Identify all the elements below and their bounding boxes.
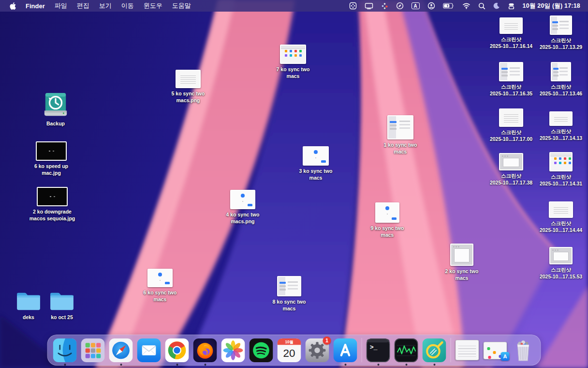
dock-terminal[interactable]: >_ [367, 338, 390, 362]
desktop-icon-screenshot[interactable]: 스크린샷 2025-10...17.16.14 [483, 17, 539, 49]
dock-minimized-appstore-window[interactable]: A [484, 338, 507, 362]
desktop-icon-9-ko-sync[interactable]: 9 ko sync two macs [359, 202, 415, 238]
dock-safari[interactable] [109, 338, 133, 362]
desktop-icon-2-ko-sync[interactable]: 2 ko sync two macs [434, 244, 490, 281]
desktop-icon-screenshot[interactable]: 스크린샷 2025-10...17.17.38 [483, 153, 539, 186]
image-thumbnail [37, 187, 68, 206]
image-thumbnail [499, 108, 523, 127]
user-icon[interactable] [424, 2, 439, 10]
image-thumbnail [176, 70, 201, 88]
app-grid-menu-icon[interactable] [345, 2, 361, 10]
activity-monitor-icon [395, 338, 418, 362]
wifi-icon[interactable] [458, 3, 474, 9]
desktop-icon-folder-ko-oct-25[interactable]: ko oct 25 [34, 291, 90, 321]
focus-icon[interactable] [489, 2, 504, 9]
dock-photos[interactable] [221, 338, 245, 362]
desktop-icon-label: 스크린샷 2025-10...17.16.14 [490, 36, 532, 49]
image-thumbnail [230, 190, 255, 209]
chrome-icon [165, 338, 189, 362]
desktop-icon-screenshot[interactable]: 스크린샷 2025-10...17.14.31 [533, 152, 588, 187]
desktop-icon-screenshot[interactable]: 스크린샷 2025-10...17.14.13 [533, 111, 588, 141]
spotlight-icon[interactable] [474, 2, 489, 10]
running-indicator [176, 364, 178, 366]
app-store-mini-icon: A [501, 352, 510, 361]
desktop-icon-5-ko-sync[interactable]: 5 ko sync two macs.png [160, 70, 216, 104]
running-indicator [344, 364, 346, 366]
desktop-icon-3-ko-sync[interactable]: 3 ko sync two macs [288, 146, 344, 181]
image-thumbnail [499, 62, 523, 81]
stack-menu-icon[interactable] [504, 2, 519, 10]
finder-icon [53, 338, 77, 362]
terminal-glyph: >_ [370, 344, 378, 351]
desktop-icon-label: 6 ko sync two macs [144, 290, 177, 303]
desktop-icon-6-ko-sync[interactable]: 6 ko sync two macs [132, 269, 188, 303]
image-thumbnail [499, 153, 523, 170]
dock-finder[interactable] [53, 338, 77, 362]
battery-icon[interactable] [439, 3, 458, 9]
cleanmymac-icon [423, 338, 446, 362]
input-source-icon[interactable]: A [408, 2, 424, 9]
image-thumbnail [500, 17, 523, 34]
desktop-icon-label: 스크린샷 2025-10...17.13.29 [540, 37, 582, 50]
desktop-icon-screenshot[interactable]: 스크린샷 2025-10...17.13.46 [533, 62, 588, 97]
dock-activity-monitor[interactable] [395, 338, 418, 362]
dock-firefox[interactable] [193, 338, 217, 362]
desktop-icon-label: 7 ko sync two macs [277, 66, 310, 79]
active-app-name[interactable]: Finder [21, 2, 50, 10]
image-thumbnail [549, 152, 573, 171]
desktop-icon-label: 스크린샷 2025-10...17.14.44 [540, 220, 582, 233]
dock-calendar[interactable]: 10월 20 [278, 338, 301, 362]
dock-minimized-settings-window[interactable] [456, 338, 479, 362]
dock-launchpad[interactable] [81, 338, 105, 362]
desktop-icon-label: 9 ko sync two macs [371, 225, 404, 238]
dock: 10월 20 1 [47, 335, 541, 366]
minimized-window-thumbnail [456, 340, 479, 360]
desktop-icon-1-ko-sync[interactable]: 1 ko sync two macs [372, 115, 428, 155]
desktop[interactable]: Finder 파일 편집 보기 이동 윈도우 도움말 A [0, 0, 588, 368]
desktop-icon-label: ko oct 25 [51, 314, 73, 321]
desktop-icon-label: 2 ko downgrade macos sequoia.jpg [29, 209, 75, 222]
safari-icon [109, 338, 133, 362]
desktop-icon-8-ko-sync[interactable]: 8 ko sync two macs [261, 276, 317, 312]
desktop-icon-label: 2 ko sync two macs [445, 268, 479, 281]
image-thumbnail [36, 141, 67, 161]
image-thumbnail [280, 45, 306, 64]
image-thumbnail [549, 247, 573, 264]
desktop-icon-screenshot[interactable]: 스크린샷 2025-10...17.14.44 [533, 201, 588, 233]
running-indicator [64, 364, 66, 366]
menu-file[interactable]: 파일 [50, 1, 72, 10]
calendar-icon: 10월 20 [278, 338, 301, 362]
menu-edit[interactable]: 편집 [72, 1, 94, 10]
dock-system-settings[interactable]: 1 [306, 338, 329, 362]
desktop-icon-screenshot[interactable]: 스크린샷 2025-10...17.17.00 [483, 108, 539, 142]
desktop-icon-7-ko-sync[interactable]: 7 ko sync two macs [265, 45, 321, 79]
color-dots-icon[interactable] [377, 2, 392, 10]
desktop-icon-backup-volume[interactable]: Backup [28, 91, 84, 127]
desktop-icon-label: 스크린샷 2025-10...17.14.31 [540, 174, 582, 187]
display-icon[interactable] [361, 2, 377, 10]
desktop-icon-downgrade-sequoia[interactable]: 2 ko downgrade macos sequoia.jpg [24, 187, 80, 222]
menu-go[interactable]: 이동 [117, 1, 139, 10]
image-thumbnail [549, 201, 573, 218]
dock-app-store[interactable] [334, 338, 357, 362]
desktop-icon-screenshot[interactable]: 스크린샷 2025-10...17.15.53 [533, 247, 588, 280]
desktop-icon-screenshot[interactable]: 스크린샷 2025-10...17.13.29 [533, 15, 588, 50]
dock-cleanmymac[interactable] [423, 338, 446, 362]
desktop-icon-screenshot[interactable]: 스크린샷 2025-10...17.16.35 [483, 62, 539, 97]
desktop-icon-label: 스크린샷 2025-10...17.15.53 [540, 267, 582, 280]
desktop-icon-4-ko-sync[interactable]: 4 ko sync two macs.png [215, 190, 271, 225]
compass-icon[interactable] [392, 2, 408, 10]
dock-spotify[interactable] [250, 338, 273, 362]
time-machine-drive-icon [43, 91, 69, 118]
dock-mail[interactable] [137, 338, 161, 362]
menu-window[interactable]: 윈도우 [139, 1, 167, 10]
desktop-icon-speed-up-mac[interactable]: 6 ko speed up mac.jpg [23, 141, 79, 176]
dock-chrome[interactable] [165, 338, 189, 362]
apple-menu[interactable] [5, 2, 21, 10]
photos-icon [221, 338, 245, 362]
menu-bar-clock[interactable]: 10월 20일 (월) 17:18 [519, 2, 582, 10]
image-thumbnail [147, 269, 173, 287]
menu-view[interactable]: 보기 [94, 1, 117, 10]
dock-trash[interactable] [512, 338, 535, 362]
menu-help[interactable]: 도움말 [167, 1, 196, 10]
